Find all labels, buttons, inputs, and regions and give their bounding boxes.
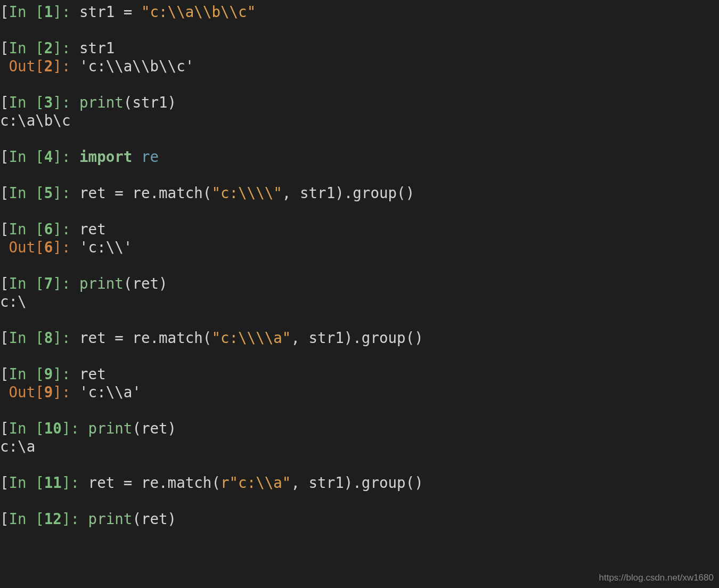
prompt-close: ]: bbox=[53, 365, 79, 382]
blank-line bbox=[0, 202, 719, 220]
cell-in-8: [In [8]: ret = re.match("c:\\\\a", str1)… bbox=[0, 329, 719, 347]
output-value: 'c:\\a\\b\\c' bbox=[79, 58, 194, 75]
in-label: In [ bbox=[9, 184, 44, 201]
blank-line bbox=[0, 347, 719, 365]
code-post: , str1).group() bbox=[282, 184, 414, 201]
func-name: print bbox=[88, 510, 133, 527]
in-label: In [ bbox=[9, 510, 44, 527]
ipython-terminal[interactable]: [In [1]: str1 = "c:\\a\\b\\c" [In [2]: s… bbox=[0, 0, 719, 528]
blank-line bbox=[0, 166, 719, 184]
code-var: str1 bbox=[79, 3, 124, 20]
prompt-close: ]: bbox=[53, 383, 79, 401]
in-label: In [ bbox=[9, 94, 44, 111]
in-label: In [ bbox=[9, 329, 44, 346]
string-literal: "c:\\a" bbox=[230, 474, 291, 491]
output-value: 'c:\\' bbox=[79, 239, 132, 256]
cell-out-2: Out[2]: 'c:\\a\\b\\c' bbox=[0, 58, 719, 76]
prompt-close: ]: bbox=[53, 39, 79, 56]
cell-out-9: Out[9]: 'c:\\a' bbox=[0, 383, 719, 402]
prompt-number: 1 bbox=[44, 3, 53, 20]
prompt-close: ]: bbox=[53, 148, 79, 165]
prompt-number: 2 bbox=[44, 58, 53, 75]
bracket: [ bbox=[0, 474, 9, 491]
in-label: In [ bbox=[9, 474, 44, 491]
prompt-close: ]: bbox=[62, 474, 88, 491]
func-name: print bbox=[79, 275, 124, 292]
prompt-number: 9 bbox=[44, 383, 53, 401]
func-name: print bbox=[79, 94, 124, 111]
cell-in-4: [In [4]: import re bbox=[0, 148, 719, 166]
prompt-close: ]: bbox=[53, 220, 79, 238]
stdout-10: c:\a bbox=[0, 438, 719, 456]
raw-prefix: r bbox=[220, 474, 230, 491]
in-label: In [ bbox=[9, 220, 44, 238]
prompt-number: 8 bbox=[44, 329, 53, 346]
prompt-number: 3 bbox=[44, 94, 53, 111]
string-literal: "c:\\\\" bbox=[211, 184, 282, 201]
stdout-text: c:\a\b\c bbox=[0, 112, 70, 129]
cell-in-11: [In [11]: ret = re.match(r"c:\\a", str1)… bbox=[0, 474, 719, 492]
stdout-text: c:\ bbox=[0, 293, 27, 310]
in-label: In [ bbox=[9, 39, 44, 56]
stdout-7: c:\ bbox=[0, 293, 719, 311]
in-label: In [ bbox=[9, 420, 44, 437]
string-literal: "c:\\\\a" bbox=[211, 329, 291, 346]
code: str1 bbox=[79, 39, 115, 56]
cell-in-2: [In [2]: str1 bbox=[0, 39, 719, 58]
code-post: , str1).group() bbox=[291, 474, 423, 491]
prompt-close: ]: bbox=[53, 239, 79, 256]
bracket: [ bbox=[0, 275, 9, 292]
blank-line bbox=[0, 76, 719, 94]
prompt-number: 4 bbox=[44, 148, 53, 165]
cell-in-3: [In [3]: print(str1) bbox=[0, 94, 719, 112]
blank-line bbox=[0, 21, 719, 39]
code: ret bbox=[79, 220, 106, 238]
prompt-number: 6 bbox=[44, 239, 53, 256]
prompt-number: 5 bbox=[44, 184, 53, 201]
out-label: Out[ bbox=[9, 239, 44, 256]
prompt-number: 2 bbox=[44, 39, 53, 56]
in-label: In [ bbox=[9, 148, 44, 165]
prompt-number: 12 bbox=[44, 510, 62, 527]
stdout-text: c:\a bbox=[0, 438, 35, 455]
code-eq: = bbox=[124, 3, 141, 20]
bracket: [ bbox=[0, 420, 9, 437]
prompt-close: ]: bbox=[53, 94, 79, 111]
blank-line bbox=[0, 402, 719, 420]
in-label: In [ bbox=[9, 275, 44, 292]
func-args: (ret) bbox=[132, 510, 176, 527]
bracket: [ bbox=[0, 184, 9, 201]
out-label: Out[ bbox=[9, 383, 44, 401]
prompt-close: ]: bbox=[53, 275, 79, 292]
code: ret bbox=[79, 365, 106, 382]
func-name: print bbox=[88, 420, 133, 437]
cell-in-1: [In [1]: str1 = "c:\\a\\b\\c" bbox=[0, 3, 719, 21]
keyword-import: import bbox=[79, 148, 132, 165]
bracket: [ bbox=[0, 329, 9, 346]
cell-in-7: [In [7]: print(ret) bbox=[0, 275, 719, 293]
func-args: (ret) bbox=[124, 275, 168, 292]
bracket: [ bbox=[0, 365, 9, 382]
blank-line bbox=[0, 456, 719, 474]
prompt-close: ]: bbox=[53, 3, 79, 20]
out-label: Out[ bbox=[9, 58, 44, 75]
bracket: [ bbox=[0, 39, 9, 56]
cell-in-6: [In [6]: ret bbox=[0, 220, 719, 239]
prompt-number: 9 bbox=[44, 365, 53, 382]
string-literal: "c:\\a\\b\\c" bbox=[141, 3, 256, 20]
func-args: (ret) bbox=[132, 420, 176, 437]
cell-out-6: Out[6]: 'c:\\' bbox=[0, 239, 719, 257]
blank-line bbox=[0, 492, 719, 510]
prompt-close: ]: bbox=[62, 510, 88, 527]
code-pre: ret = re.match( bbox=[79, 329, 211, 346]
blank-line bbox=[0, 311, 719, 329]
prompt-close: ]: bbox=[53, 184, 79, 201]
prompt-number: 7 bbox=[44, 275, 53, 292]
cell-in-10: [In [10]: print(ret) bbox=[0, 420, 719, 438]
prompt-number: 11 bbox=[44, 474, 62, 491]
prompt-close: ]: bbox=[62, 420, 88, 437]
prompt-number: 6 bbox=[44, 220, 53, 238]
watermark-text: https://blog.csdn.net/xw1680 bbox=[599, 573, 714, 584]
prompt-close: ]: bbox=[53, 329, 79, 346]
cell-in-5: [In [5]: ret = re.match("c:\\\\", str1).… bbox=[0, 184, 719, 202]
